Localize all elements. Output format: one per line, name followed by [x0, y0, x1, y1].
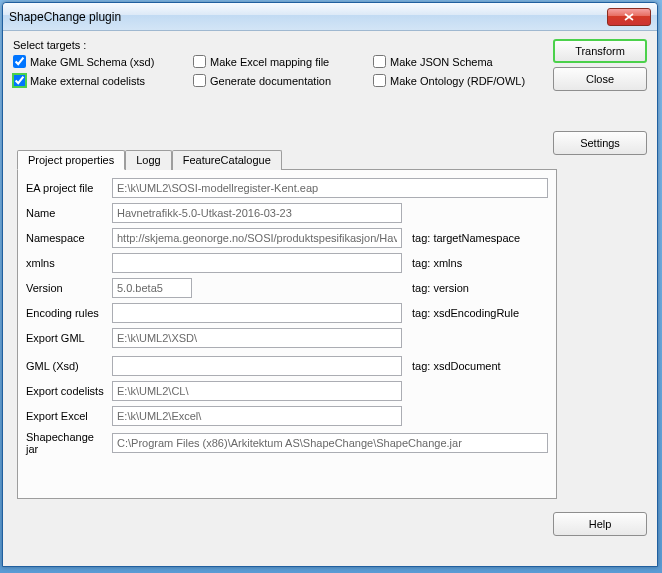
- gml-xsd-input[interactable]: [112, 356, 402, 376]
- export-excel-input[interactable]: [112, 406, 402, 426]
- gml-xsd-tag: tag: xsdDocument: [412, 360, 501, 372]
- export-gml-input[interactable]: [112, 328, 402, 348]
- shapechange-jar-label: Shapechange jar: [26, 431, 108, 455]
- tab-feature-catalogue[interactable]: FeatureCatalogue: [172, 150, 282, 170]
- help-button[interactable]: Help: [553, 512, 647, 536]
- encoding-rules-label: Encoding rules: [26, 307, 108, 319]
- chk-excel-mapping[interactable]: Make Excel mapping file: [193, 55, 373, 68]
- namespace-tag: tag: targetNamespace: [412, 232, 520, 244]
- chk-gml-schema-label: Make GML Schema (xsd): [30, 56, 154, 68]
- chk-json-schema-label: Make JSON Schema: [390, 56, 493, 68]
- version-label: Version: [26, 282, 108, 294]
- ea-project-file-label: EA project file: [26, 182, 108, 194]
- encoding-rules-input[interactable]: [112, 303, 402, 323]
- tab-project-properties[interactable]: Project properties: [17, 150, 125, 170]
- gml-xsd-label: GML (Xsd): [26, 360, 108, 372]
- select-targets-label: Select targets :: [13, 39, 553, 51]
- settings-button[interactable]: Settings: [553, 131, 647, 155]
- encoding-rules-tag: tag: xsdEncodingRule: [412, 307, 519, 319]
- client-area: Select targets : Make GML Schema (xsd) M…: [3, 31, 657, 566]
- chk-generate-documentation-label: Generate documentation: [210, 75, 331, 87]
- chk-gml-schema[interactable]: Make GML Schema (xsd): [13, 55, 193, 68]
- shapechange-jar-input[interactable]: [112, 433, 548, 453]
- window-title: ShapeChange plugin: [9, 10, 607, 24]
- window-close-button[interactable]: [607, 8, 651, 26]
- export-gml-label: Export GML: [26, 332, 108, 344]
- export-codelists-label: Export codelists: [26, 385, 108, 397]
- chk-make-ontology-label: Make Ontology (RDF/OWL): [390, 75, 525, 87]
- chk-generate-documentation[interactable]: Generate documentation: [193, 74, 373, 87]
- chk-gml-schema-box[interactable]: [13, 55, 26, 68]
- name-label: Name: [26, 207, 108, 219]
- name-input[interactable]: [112, 203, 402, 223]
- xmlns-tag: tag: xmlns: [412, 257, 462, 269]
- namespace-input[interactable]: [112, 228, 402, 248]
- namespace-label: Namespace: [26, 232, 108, 244]
- xmlns-input[interactable]: [112, 253, 402, 273]
- chk-external-codelists[interactable]: Make external codelists: [13, 74, 193, 87]
- chk-make-ontology[interactable]: Make Ontology (RDF/OWL): [373, 74, 553, 87]
- chk-json-schema-box[interactable]: [373, 55, 386, 68]
- tab-panel-project: EA project file Name Namespace tag: targ…: [17, 169, 557, 499]
- export-codelists-input[interactable]: [112, 381, 402, 401]
- chk-make-ontology-box[interactable]: [373, 74, 386, 87]
- chk-excel-mapping-box[interactable]: [193, 55, 206, 68]
- tab-logg[interactable]: Logg: [125, 150, 171, 170]
- chk-json-schema[interactable]: Make JSON Schema: [373, 55, 553, 68]
- close-icon: [624, 13, 634, 21]
- xmlns-label: xmlns: [26, 257, 108, 269]
- chk-external-codelists-label: Make external codelists: [30, 75, 145, 87]
- titlebar[interactable]: ShapeChange plugin: [3, 3, 657, 31]
- tabs-container: Project properties Logg FeatureCatalogue…: [17, 149, 557, 499]
- version-input[interactable]: [112, 278, 192, 298]
- chk-external-codelists-box[interactable]: [13, 74, 26, 87]
- version-tag: tag: version: [412, 282, 469, 294]
- chk-excel-mapping-label: Make Excel mapping file: [210, 56, 329, 68]
- chk-generate-documentation-box[interactable]: [193, 74, 206, 87]
- transform-button[interactable]: Transform: [553, 39, 647, 63]
- dialog-window: ShapeChange plugin Select targets : Make…: [2, 2, 658, 567]
- ea-project-file-input[interactable]: [112, 178, 548, 198]
- close-button[interactable]: Close: [553, 67, 647, 91]
- export-excel-label: Export Excel: [26, 410, 108, 422]
